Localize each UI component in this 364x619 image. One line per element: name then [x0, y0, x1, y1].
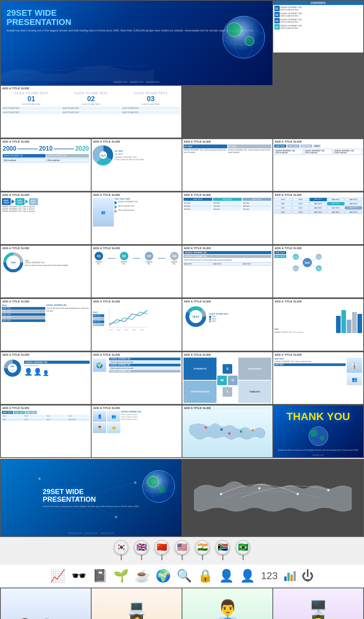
icon-person2: 👤 [240, 568, 255, 583]
svg-rect-69 [293, 571, 296, 581]
flags-section: 🇰🇷 🇬🇧 🇨🇳 🇺🇸 🇮🇳 🇿🇦 🇧🇷 [0, 537, 364, 564]
world-map-body [182, 410, 272, 457]
svg-point-62 [220, 493, 222, 495]
photos-section: 👩‍💼 👨‍💼 👩‍💼 👨‍💼 👩‍💼 asadal.com 💻 👩‍💻 asa… [0, 588, 364, 619]
icon-numbers: 123 [261, 570, 277, 582]
contents-header: CONTENTS [273, 1, 364, 5]
icon-power: ⏻ [302, 569, 314, 583]
icon-globe: 🌍 [156, 568, 171, 583]
icon-person: 👤 [219, 568, 234, 583]
svg-point-49 [320, 435, 325, 441]
line-graph-svg: TEXT TEXT TEXT TEXT TEXT [105, 304, 151, 331]
company-info-label: ADD A TITLE SLIDE [92, 352, 182, 356]
thank-you-text: THANK YOU [287, 410, 350, 423]
flag-brazil: 🇧🇷 [234, 540, 252, 561]
gray-world-map-svg [182, 460, 363, 536]
arrow-steps-body: ADDTEXT ADDTEXT ADDTEXT ASADAL INTERNET,… [1, 197, 91, 244]
svg-text:TEXT: TEXT [294, 256, 298, 258]
svg-point-4 [245, 36, 254, 46]
slide-circle-tabs: ADD A TITLE SLIDE ADD TEXT ADD TEXT ADD … [273, 139, 363, 191]
icon-bar-chart [284, 570, 296, 582]
flow-arrows-label: ADD A TITLE SLIDE [1, 406, 91, 410]
timeline-label: ADD A TITLE SLIDE [1, 139, 91, 143]
svg-point-64 [297, 493, 299, 495]
slide-thank-you: THANK YOU Asadal has been running one of… [273, 406, 363, 457]
flow-arrows-body: ADD TEXT ADD TEXT ADD TEXT TEXT TEXT TEX… [1, 410, 91, 457]
svg-text:ADD: ADD [11, 261, 16, 264]
comparison-label: ADD A TITLE SLIDE [182, 192, 272, 197]
ty-watermark: asadal.com [312, 454, 324, 456]
pie-people-svg: 20% text [2, 358, 23, 379]
svg-rect-68 [290, 575, 293, 581]
icon-chart: 📈 [50, 568, 66, 583]
flag-uk: 🇬🇧 [133, 540, 150, 561]
scatter-label: ADD A TITLE SLIDE [273, 192, 363, 197]
scatter2-body: ADD TEXT ADD TEXT [273, 250, 363, 297]
thank-you-globe [303, 425, 334, 448]
donut-body: TEXT CLICK TO ADD TEXT TEXT TEXT TEXT [182, 303, 272, 351]
svg-rect-66 [284, 576, 287, 581]
bar-graph-label: ADD A TITLE SLIDE [273, 299, 363, 303]
svg-point-44 [240, 430, 242, 433]
scatter2-label: ADD A TITLE SLIDE [273, 246, 363, 250]
team-photos-label: ADD A TITLE SLIDE [92, 406, 182, 410]
pie-people-label: ADD A TITLE SLIDE [1, 352, 91, 356]
icon-notepad: 📓 [92, 568, 108, 583]
contents-body: 01 ASADAL INTERNET, INC.Click to add tex… [273, 5, 364, 53]
slide-num-label: ADD A TITLE SLIDE [1, 86, 181, 90]
photo-laptop: 💻 👩‍💻 asadal.com [92, 588, 182, 619]
slide-team-photos: ADD A TITLE SLIDE 👤 👥 👨‍💼 🤝 ASADAL INTER… [92, 406, 182, 457]
timeline-body: 2000 2010 2020 ASADAL INTERNET, INC. ASA… [1, 143, 91, 191]
svg-text:TEXT: TEXT [317, 256, 321, 258]
comp-h-body: ASADAL INTERNET, INC. ASADAL INTERNET, I… [182, 250, 272, 297]
team-photos-body: 👤 👥 👨‍💼 🤝 ASADAL INTERNET, INC. Click to… [92, 410, 182, 457]
svg-text:TEXT: TEXT [317, 268, 321, 270]
slide-flow-arrows: ADD A TITLE SLIDE ADD TEXT ADD TEXT ADD … [1, 406, 91, 457]
persons-body: ADD TEXT ASADAL INTERNET, INC. Click to … [273, 356, 363, 404]
world-map-label: ADD A TITLE SLIDE [182, 406, 272, 410]
slide-bar-graph: ADD A TITLE SLIDE TEXT ASADAL INTERNET, … [273, 299, 363, 351]
slide-persons: ADD A TITLE SLIDE ADD TEXT ASADAL INTERN… [273, 352, 363, 404]
slide-arrow-steps: ADD A TITLE SLIDE ADDTEXT ADDTEXT ADDTEX… [1, 192, 91, 244]
network-svg: TEXT TEXT TEXT TEXT TEXT [288, 251, 326, 274]
comp-h-label: ADD A TITLE SLIDE [182, 246, 272, 250]
slide-scatter2: ADD A TITLE SLIDE ADD TEXT ADD TEXT [273, 246, 363, 297]
company-info-body: 🌍 ASADAL INTERNET, INC. Click to add tex… [92, 356, 182, 404]
text-cols-label: ADD A TITLE SLIDE [182, 139, 272, 143]
svg-point-0 [223, 16, 265, 58]
list-body: TEXT ADD TEXT ADD TEXT ADD TEXT ADD TEXT… [1, 303, 91, 351]
svg-text:TEXT: TEXT [192, 315, 200, 318]
svg-text:TEXT: TEXT [305, 262, 310, 264]
photo-presenter: 👨‍💼 🌐 asadal.com [182, 588, 272, 619]
slide-company-info: ADD A TITLE SLIDE 🌍 ASADAL INTERNET, INC… [92, 352, 182, 404]
svg-point-45 [252, 429, 254, 432]
svg-point-48 [310, 429, 318, 437]
slide-list: ADD A TITLE SLIDE TEXT ADD TEXT ADD TEXT… [1, 299, 91, 351]
icon-search: 🔍 [177, 568, 192, 583]
svg-text:TEXT: TEXT [125, 329, 129, 331]
thank-you-sub: Asadal has been running one of the bigge… [277, 448, 360, 452]
large-preview-watermark: asadal.com asadal.com asadal.com [68, 532, 114, 534]
swot-body: STRENGTH OPPORTUNITIES S W O T WEAKNESS [182, 356, 272, 404]
slide-swot: ADD A TITLE SLIDE STRENGTH OPPORTUNITIES… [182, 352, 272, 404]
icons-section: 📈 🕶️ 📓 🌱 ☕ 🌍 🔍 🔒 👤 👤 123 ⏻ [0, 564, 364, 587]
photo-team-1: 👩‍💼 👨‍💼 👩‍💼 👨‍💼 👩‍💼 asadal.com [1, 588, 91, 619]
slide-contents: CONTENTS 01 ASADAL INTERNET, INC.Click t… [273, 1, 364, 53]
flag-india: 🇮🇳 [194, 540, 211, 561]
hero-slide: 29SET WIDE PRESENTATION Asadal has been … [1, 1, 272, 85]
preview-world-map-large [182, 460, 363, 536]
arrow-steps-label: ADD A TITLE SLIDE [1, 192, 91, 197]
svg-point-61 [115, 516, 117, 518]
pie-text-body: TEXT 01. TEXT 02. TEXT ASADAL INTERNET, … [92, 143, 182, 191]
svg-text:TEXT: TEXT [294, 268, 298, 270]
svg-text:TEXT: TEXT [117, 329, 121, 331]
pie-svg: TEXT [93, 144, 114, 166]
slide-comp-h: ADD A TITLE SLIDE ASADAL INTERNET, INC. … [182, 246, 272, 297]
svg-text:TEXT: TEXT [100, 154, 107, 157]
svg-point-3 [227, 23, 241, 36]
slide-comparison: ADD A TITLE SLIDE ADD TEXT ADD TEXT ADD … [182, 192, 272, 244]
scatter-body: TEXT TEXT ADD TEXT ADD TEXT ADD TEXT TEX… [273, 197, 363, 244]
icon-lock: 🔒 [198, 568, 213, 583]
pie-text-label: ADD A TITLE SLIDE [92, 139, 182, 143]
icon-glasses: 🕶️ [71, 568, 87, 583]
